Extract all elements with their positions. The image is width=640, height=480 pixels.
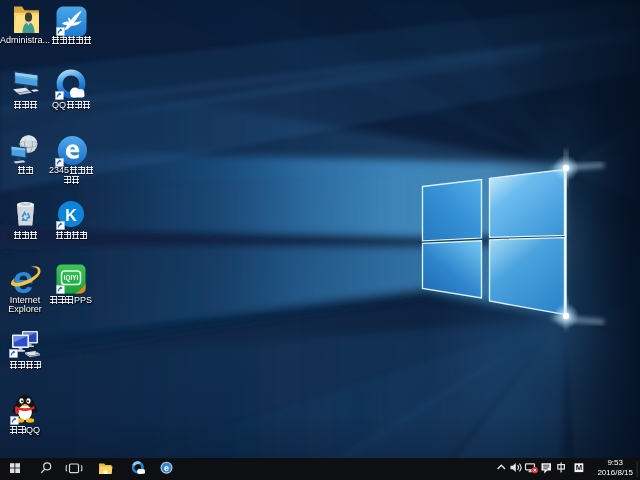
- svg-text:M: M: [576, 463, 583, 472]
- svg-text:e: e: [164, 463, 169, 473]
- svg-text:iQIYI: iQIYI: [64, 274, 79, 282]
- svg-text:K: K: [65, 206, 77, 223]
